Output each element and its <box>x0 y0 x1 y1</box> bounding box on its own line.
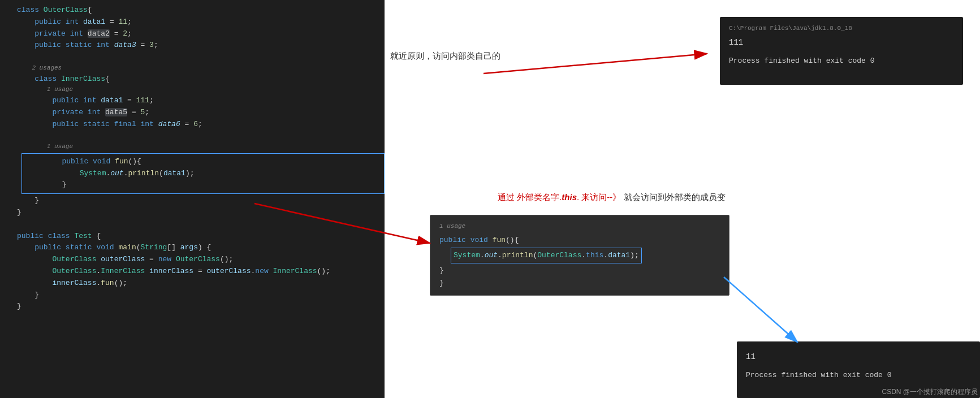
popup-line-2: System.out.println(OuterClass.this.data1… <box>439 248 720 263</box>
bottom-annotation-container: 通过 外部类名字.this. 来访问--》 就会访问到外部类的成员变 <box>498 192 726 203</box>
right-panel: 就近原则，访问内部类自己的 C:\Program Files\Java\jdk1… <box>385 0 980 398</box>
code-line-10 <box>0 130 385 142</box>
code-usage-hint-1: 2 usages <box>0 63 385 73</box>
terminal-box-1: C:\Program Files\Java\jdk1.8.0_18 111 Pr… <box>720 17 963 85</box>
code-line-close-outer: } <box>0 207 385 219</box>
code-line-test-5: innerClass.fun(); <box>0 278 385 289</box>
top-annotation: 就近原则，访问内部类自己的 <box>390 51 500 62</box>
code-line-close-inner: } <box>0 195 385 207</box>
terminal-output-1: 111 <box>729 36 954 49</box>
code-line-test-1: public class Test { <box>0 231 385 243</box>
code-usage-hint-2: 1 usage <box>0 85 385 95</box>
code-line-fun-3: } <box>27 179 379 191</box>
terminal-path-1: C:\Program Files\Java\jdk1.8.0_18 <box>729 24 954 34</box>
popup-line-4: } <box>439 277 720 289</box>
code-line-4: public static int data3 = 3; <box>0 40 385 51</box>
code-line-9: public static final int data6 = 6; <box>0 119 385 131</box>
code-line-6: class InnerClass{ <box>0 73 385 85</box>
code-line-test-3: OuterClass outerClass = new OuterClass()… <box>0 254 385 266</box>
code-usage-hint-3: 1 usage <box>0 142 385 152</box>
bottom-annotation-red: 通过 外部类名字.this. 来访问--》 <box>498 192 624 202</box>
code-line-test-2: public static void main(String[] args) { <box>0 242 385 254</box>
popup-usage: 1 usage <box>439 221 720 232</box>
code-line-3: private int data2 = 2; <box>0 28 385 40</box>
code-line-8: private int data5 = 5; <box>0 107 385 119</box>
code-line-5 <box>0 51 385 63</box>
code-line-empty <box>0 219 385 231</box>
code-line-7: public int data1 = 111; <box>0 95 385 107</box>
terminal-exit-2: Process finished with exit code 0 <box>746 370 971 382</box>
code-line-fun-1: public void fun(){ <box>27 156 379 168</box>
watermark: CSDN @一个摸打滚爬的程序员 <box>882 387 978 397</box>
code-popup-box: 1 usage public void fun(){ System.out.pr… <box>430 215 729 296</box>
terminal-exit-1: Process finished with exit code 0 <box>729 55 954 67</box>
code-line-2: public int data1 = 11; <box>0 16 385 28</box>
popup-line-3: } <box>439 265 720 277</box>
code-line-1: class OuterClass{ <box>0 5 385 16</box>
code-line-fun-2: System.out.println(data1); <box>27 168 379 180</box>
bottom-annotation-black: 就会访问到外部类的成员变 <box>624 192 726 202</box>
popup-line-1: public void fun(){ <box>439 234 720 246</box>
code-line-test-7: } <box>0 301 385 313</box>
code-line-test-4: OuterClass.InnerClass innerClass = outer… <box>0 266 385 278</box>
terminal-output-2: 11 <box>746 351 971 363</box>
code-editor: class OuterClass{ public int data1 = 11;… <box>0 0 385 398</box>
code-line-test-6: } <box>0 289 385 301</box>
